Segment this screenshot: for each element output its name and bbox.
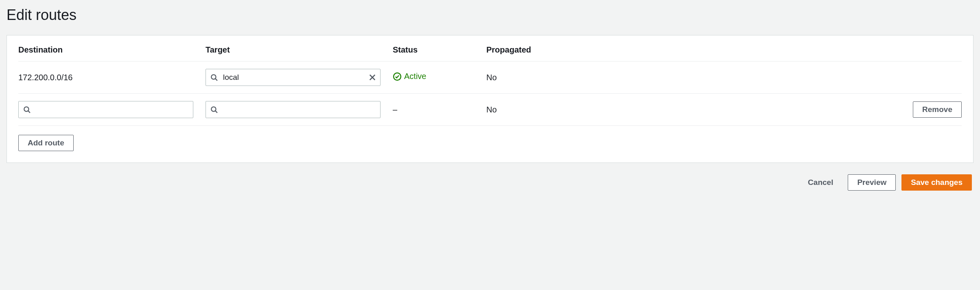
destination-value: 172.200.0.0/16 bbox=[18, 73, 206, 82]
clear-icon[interactable] bbox=[368, 73, 376, 81]
preview-button[interactable]: Preview bbox=[848, 174, 896, 191]
propagated-value: No bbox=[486, 105, 551, 114]
target-input[interactable] bbox=[206, 69, 381, 86]
status-value: – bbox=[393, 105, 486, 114]
table-header: Destination Target Status Propagated bbox=[18, 45, 962, 62]
status-text: Active bbox=[404, 72, 426, 81]
header-propagated: Propagated bbox=[486, 45, 551, 55]
header-status: Status bbox=[393, 45, 486, 55]
save-button[interactable]: Save changes bbox=[901, 174, 972, 191]
target-input[interactable] bbox=[206, 101, 381, 118]
header-destination: Destination bbox=[18, 45, 206, 55]
cancel-button[interactable]: Cancel bbox=[799, 174, 842, 191]
status-badge: Active bbox=[393, 72, 426, 81]
check-circle-icon bbox=[393, 72, 402, 81]
page-title: Edit routes bbox=[7, 7, 973, 24]
footer-actions: Cancel Preview Save changes bbox=[7, 174, 973, 191]
table-row: 172.200.0.0/16 Active No bbox=[18, 62, 962, 94]
destination-input[interactable] bbox=[18, 101, 193, 118]
header-target: Target bbox=[206, 45, 393, 55]
table-row: – No Remove bbox=[18, 94, 962, 126]
remove-button[interactable]: Remove bbox=[913, 101, 962, 118]
routes-panel: Destination Target Status Propagated 172… bbox=[7, 35, 973, 163]
propagated-value: No bbox=[486, 73, 551, 82]
add-route-button[interactable]: Add route bbox=[18, 135, 74, 151]
